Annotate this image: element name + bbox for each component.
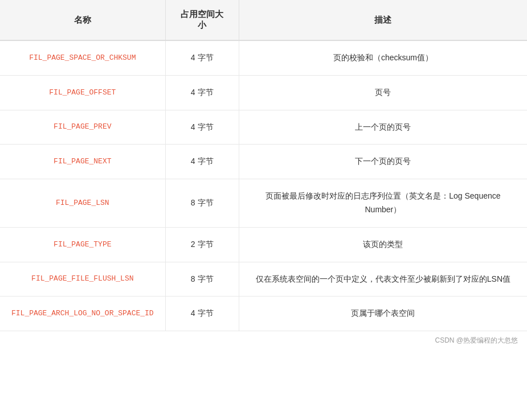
desc-cell: 页面被最后修改时对应的日志序列位置（英文名是：Log Sequence Numb… — [239, 179, 527, 228]
data-table: 名称 占用空间大小 描述 FIL_PAGE_SPACE_OR_CHKSUM4 字… — [0, 0, 527, 331]
size-cell: 8 字节 — [165, 262, 239, 297]
field-name-cell: FIL_PAGE_ARCH_LOG_NO_OR_SPACE_ID — [0, 297, 165, 331]
size-cell: 4 字节 — [165, 297, 239, 331]
table-row: FIL_PAGE_PREV4 字节上一个页的页号 — [0, 110, 527, 145]
field-name-cell: FIL_PAGE_OFFSET — [0, 75, 165, 110]
desc-cell: 上一个页的页号 — [239, 110, 527, 145]
size-cell: 4 字节 — [165, 110, 239, 145]
table-row: FIL_PAGE_ARCH_LOG_NO_OR_SPACE_ID4 字节页属于哪… — [0, 297, 527, 331]
field-name-cell: FIL_PAGE_NEXT — [0, 145, 165, 179]
desc-cell: 该页的类型 — [239, 227, 527, 262]
footer: CSDN @热爱编程的大忽悠 — [0, 331, 527, 350]
field-name-cell: FIL_PAGE_LSN — [0, 179, 165, 228]
size-cell: 4 字节 — [165, 75, 239, 110]
desc-cell: 页的校验和（checksum值） — [239, 40, 527, 75]
footer-text: CSDN @热爱编程的大忽悠 — [435, 336, 518, 344]
size-cell: 4 字节 — [165, 145, 239, 179]
col-header-size: 占用空间大小 — [165, 0, 239, 40]
field-name-cell: FIL_PAGE_PREV — [0, 110, 165, 145]
size-cell: 4 字节 — [165, 40, 239, 75]
table-row: FIL_PAGE_TYPE2 字节该页的类型 — [0, 227, 527, 262]
table-row: FIL_PAGE_OFFSET4 字节页号 — [0, 75, 527, 110]
field-name-cell: FIL_PAGE_FILE_FLUSH_LSN — [0, 262, 165, 297]
size-cell: 2 字节 — [165, 227, 239, 262]
size-cell: 8 字节 — [165, 179, 239, 228]
desc-cell: 下一个页的页号 — [239, 145, 527, 179]
table-row: FIL_PAGE_NEXT4 字节下一个页的页号 — [0, 145, 527, 179]
field-name-cell: FIL_PAGE_SPACE_OR_CHKSUM — [0, 40, 165, 75]
table-header-row: 名称 占用空间大小 描述 — [0, 0, 527, 40]
desc-cell: 页号 — [239, 75, 527, 110]
desc-cell: 仅在系统表空间的一个页中定义，代表文件至少被刷新到了对应的LSN值 — [239, 262, 527, 297]
col-header-desc: 描述 — [239, 0, 527, 40]
desc-cell: 页属于哪个表空间 — [239, 297, 527, 331]
field-name-cell: FIL_PAGE_TYPE — [0, 227, 165, 262]
table-container: 名称 占用空间大小 描述 FIL_PAGE_SPACE_OR_CHKSUM4 字… — [0, 0, 527, 350]
table-row: FIL_PAGE_SPACE_OR_CHKSUM4 字节页的校验和（checks… — [0, 40, 527, 75]
table-row: FIL_PAGE_FILE_FLUSH_LSN8 字节仅在系统表空间的一个页中定… — [0, 262, 527, 297]
table-row: FIL_PAGE_LSN8 字节页面被最后修改时对应的日志序列位置（英文名是：L… — [0, 179, 527, 228]
col-header-name: 名称 — [0, 0, 165, 40]
